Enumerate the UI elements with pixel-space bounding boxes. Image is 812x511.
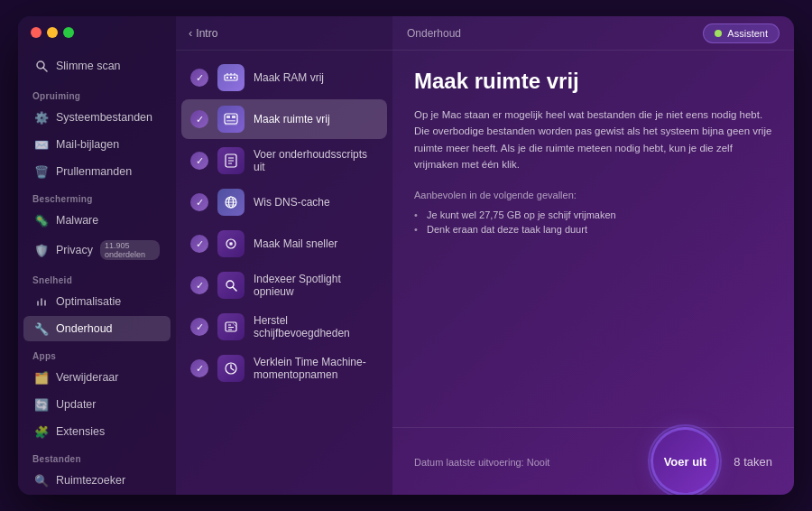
svg-line-1 <box>43 68 47 71</box>
section-apps: Apps <box>18 342 176 364</box>
section-snelheid: Snelheid <box>18 266 176 288</box>
task-check-time-machine: ✓ <box>190 359 208 377</box>
rec-list: Je kunt wel 27,75 GB op je schijf vrijma… <box>414 208 772 237</box>
svg-point-28 <box>230 243 232 245</box>
task-label-ruimte: Maak ruimte vrij <box>254 113 330 125</box>
date-info: Datum laatste uitvoering: Nooit <box>414 457 549 468</box>
sidebar-item-prullenmanden[interactable]: 🗑️ Prullenmanden <box>23 159 171 184</box>
task-item-spotlight[interactable]: ✓ Indexeer Spotlight opnieuw <box>181 265 387 305</box>
sidebar-item-updater[interactable]: 🔄 Updater <box>23 392 171 417</box>
task-icon-spotlight <box>217 272 245 299</box>
sidebar-item-systeembestanden[interactable]: ⚙️ Systeembestanden <box>23 105 171 130</box>
middle-panel: ‹ Intro ✓ Maak <box>176 16 392 495</box>
sidebar: Slimme scan Opruiming ⚙️ Systeembestande… <box>18 16 176 495</box>
execute-btn-wrapper: Voer uit 8 taken <box>651 427 772 495</box>
task-list: ✓ Maak RAM vrij ✓ <box>176 51 392 495</box>
chevron-left-icon: ‹ <box>189 26 192 40</box>
right-header-title: Onderhoud <box>407 27 461 40</box>
gear-icon: ⚙️ <box>34 110 49 125</box>
rec-title: Aanbevolen in de volgende gevallen: <box>414 190 772 200</box>
trash-icon: 🗑️ <box>34 164 49 179</box>
rec-item-1: Je kunt wel 27,75 GB op je schijf vrijma… <box>414 208 772 222</box>
puzzle-icon: 🧩 <box>34 424 49 439</box>
sidebar-item-mail-bijlagen[interactable]: ✉️ Mail-bijlagen <box>23 132 171 157</box>
task-check-scripts: ✓ <box>190 152 208 170</box>
scan-icon <box>34 59 49 73</box>
delete-icon: 🗂️ <box>34 370 49 385</box>
section-bestanden: Bestanden <box>18 445 176 467</box>
shield-icon: 🛡️ <box>34 243 49 257</box>
svg-rect-13 <box>226 116 230 118</box>
task-icon-schijf <box>217 313 245 340</box>
right-footer: Datum laatste uitvoering: Nooit Voer uit… <box>392 427 794 495</box>
sidebar-item-verwijderaar[interactable]: 🗂️ Verwijderaar <box>23 365 171 390</box>
search-icon: 🔍 <box>34 473 49 488</box>
task-label-mail: Maak Mail sneller <box>254 237 337 250</box>
wrench-icon: 🔧 <box>34 321 49 336</box>
right-content: Maak ruimte vrij Op je Mac staan er moge… <box>392 51 794 427</box>
privacy-badge: 11.905 onderdelen <box>100 240 160 260</box>
sidebar-item-onderhoud[interactable]: 🔧 Onderhoud <box>23 316 171 341</box>
task-label-scripts: Voer onderhoudsscripts uit <box>254 148 378 173</box>
sidebar-item-privacy[interactable]: 🛡️ Privacy 11.905 onderdelen <box>23 235 171 265</box>
mail-icon: ✉️ <box>34 137 49 152</box>
back-label: Intro <box>196 27 217 40</box>
task-icon-time-machine <box>217 355 245 382</box>
speed-icon <box>34 294 49 309</box>
task-item-mail[interactable]: ✓ Maak Mail sneller <box>181 224 387 264</box>
footer-spacer: Datum laatste uitvoering: Nooit <box>414 453 632 469</box>
task-icon-mail <box>217 230 245 257</box>
right-panel: Onderhoud Assistent Maak ruimte vrij Op … <box>392 16 794 495</box>
task-item-scripts[interactable]: ✓ Voer onderhoudsscripts uit <box>181 141 387 181</box>
task-label-ram: Maak RAM vrij <box>254 71 324 84</box>
close-dot[interactable] <box>31 27 42 38</box>
sidebar-item-malware[interactable]: 🦠 Malware <box>23 208 171 233</box>
right-header: Onderhoud Assistent <box>392 16 794 51</box>
task-icon-scripts <box>217 147 245 174</box>
svg-rect-12 <box>225 114 237 124</box>
rec-item-2: Denk eraan dat deze taak lang duurt <box>414 222 772 237</box>
task-check-dns: ✓ <box>190 193 208 211</box>
task-icon-ram <box>217 64 245 91</box>
task-check-schijf: ✓ <box>190 318 208 336</box>
sidebar-slimme-scan-label: Slimme scan <box>56 60 121 72</box>
assistant-button[interactable]: Assistent <box>703 23 780 43</box>
sidebar-item-ruimtezoeker[interactable]: 🔍 Ruimtezoeker <box>23 468 171 493</box>
middle-panel-header: ‹ Intro <box>176 16 392 51</box>
task-icon-dns <box>217 189 245 216</box>
task-label-schijf: Herstel schijfbevoegdheden <box>254 314 378 339</box>
svg-line-30 <box>233 287 236 291</box>
task-check-spotlight: ✓ <box>190 276 208 294</box>
task-check-mail: ✓ <box>190 235 208 253</box>
task-check-ruimte: ✓ <box>190 110 208 128</box>
svg-rect-6 <box>226 77 228 79</box>
app-window: Slimme scan Opruiming ⚙️ Systeembestande… <box>18 16 794 495</box>
task-item-dns[interactable]: ✓ Wis DNS-cache <box>181 182 387 222</box>
execute-button[interactable]: Voer uit <box>651 427 719 495</box>
maximize-dot[interactable] <box>63 27 74 38</box>
svg-rect-7 <box>230 77 232 79</box>
task-item-time-machine[interactable]: ✓ Verklein Time Machine-momentopnamen <box>181 348 387 388</box>
sidebar-item-optimalisatie[interactable]: Optimalisatie <box>23 289 171 314</box>
refresh-icon: 🔄 <box>34 397 49 412</box>
traffic-lights <box>31 27 74 38</box>
sidebar-item-extensies[interactable]: 🧩 Extensies <box>23 419 171 444</box>
back-button[interactable]: ‹ Intro <box>189 26 217 40</box>
svg-rect-8 <box>234 77 235 79</box>
content-description: Op je Mac staan er mogelijk heel wat bes… <box>414 107 772 173</box>
task-item-maak-ruimte-vrij[interactable]: ✓ Maak ruimte vrij <box>181 99 387 139</box>
section-opruiming: Opruiming <box>18 82 176 104</box>
task-item-maak-ram-vrij[interactable]: ✓ Maak RAM vrij <box>181 58 387 98</box>
execute-btn-label: Voer uit <box>664 455 706 469</box>
sidebar-item-slimme-scan[interactable]: Slimme scan <box>23 53 171 79</box>
tasks-count: 8 taken <box>734 455 772 469</box>
task-label-spotlight: Indexeer Spotlight opnieuw <box>254 273 378 298</box>
task-check-ram: ✓ <box>190 69 208 87</box>
task-label-dns: Wis DNS-cache <box>254 196 330 209</box>
svg-rect-16 <box>225 124 237 125</box>
svg-line-35 <box>233 323 236 327</box>
content-title: Maak ruimte vrij <box>414 69 772 94</box>
minimize-dot[interactable] <box>47 27 58 38</box>
task-item-schijf[interactable]: ✓ Herstel schijfbevoegdheden <box>181 307 387 347</box>
section-bescherming: Bescherming <box>18 185 176 207</box>
